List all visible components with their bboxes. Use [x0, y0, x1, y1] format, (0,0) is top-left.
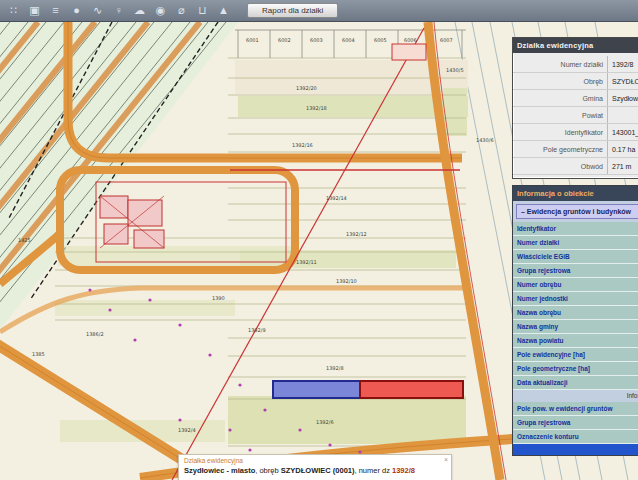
list-item[interactable]: Właściciele EGiB: [513, 250, 638, 264]
svg-text:1430/6: 1430/6: [476, 137, 494, 143]
list-item[interactable]: Oznaczenie konturu: [513, 430, 638, 444]
row-label: Gmina: [513, 90, 608, 107]
highlight-red-feature: [360, 381, 463, 398]
svg-text:1425: 1425: [18, 237, 31, 243]
row-label: Identyfikator: [513, 124, 608, 141]
svg-text:1430/5: 1430/5: [446, 67, 464, 73]
svg-text:1392/20: 1392/20: [296, 85, 317, 91]
row-label: Pole geometryczne: [513, 141, 608, 158]
parcel-info-panel: Działka ewidencyjna Numer działki 1392/8…: [512, 37, 638, 179]
row-value: 0.17 ha: [608, 141, 638, 158]
list-item[interactable]: Grupa rejestrowa: [513, 264, 638, 278]
tooltip-sep1: , obręb: [255, 466, 280, 475]
tooltip-text: Szydłowiec - miasto, obręb SZYDŁOWIEC (0…: [184, 466, 446, 475]
print-icon[interactable]: ▲: [216, 3, 231, 18]
list-item[interactable]: Numer działki: [513, 236, 638, 250]
list-item[interactable]: Nazwa obrębu: [513, 306, 638, 320]
frame-icon[interactable]: ▣: [27, 3, 42, 18]
pin-icon[interactable]: ♀: [111, 3, 126, 18]
panel-footer-bar: [513, 444, 638, 455]
tooltip-obreb: SZYDŁOWIEC (0001): [281, 466, 355, 475]
table-row: Obręb SZYDŁOWIEC: [513, 73, 638, 90]
row-value: [608, 107, 638, 124]
svg-text:6005: 6005: [374, 37, 387, 43]
svg-text:1390: 1390: [212, 295, 225, 301]
list-item[interactable]: Numer obrębu: [513, 278, 638, 292]
close-icon[interactable]: ×: [444, 456, 448, 463]
tooltip-city: Szydłowiec - miasto: [184, 466, 255, 475]
list-item[interactable]: Grupa rejestrowa: [513, 416, 638, 430]
columns-icon[interactable]: ≡: [48, 3, 63, 18]
svg-text:1392/4: 1392/4: [178, 427, 196, 433]
svg-text:6006: 6006: [404, 37, 417, 43]
parcel-panel-title: Działka ewidencyjna: [513, 38, 638, 53]
list-item[interactable]: Numer jednostki: [513, 292, 638, 306]
svg-text:1392/8: 1392/8: [326, 365, 344, 371]
row-value: 143001_1: [608, 124, 638, 141]
row-label: Numer działki: [513, 56, 608, 73]
row-value: 1392/8: [608, 56, 638, 73]
list-item[interactable]: Identyfikator: [513, 222, 638, 236]
object-info-panel: Informacja o obiekcie – Ewidencja gruntó…: [512, 185, 638, 456]
svg-text:6004: 6004: [342, 37, 355, 43]
svg-text:1386/2: 1386/2: [86, 331, 104, 337]
row-label: Powiat: [513, 107, 608, 124]
tooltip-title: Działka ewidencyjna: [184, 457, 446, 464]
info-panel-title: Informacja o obiekcie: [513, 186, 638, 201]
svg-text:1392/11: 1392/11: [296, 259, 317, 265]
cloud-download-icon[interactable]: ☁: [132, 3, 147, 18]
table-row: Pole geometryczne 0.17 ha: [513, 141, 638, 158]
egib-section-button[interactable]: – Ewidencja gruntów i budynków: [516, 204, 638, 219]
list-item[interactable]: Pole ewidencyjne [ha]: [513, 348, 638, 362]
list-item[interactable]: Nazwa powiatu: [513, 334, 638, 348]
row-value: Szydłowiec: [608, 90, 638, 107]
table-row: Gmina Szydłowiec: [513, 90, 638, 107]
svg-text:1392/6: 1392/6: [316, 419, 334, 425]
svg-text:1392/14: 1392/14: [326, 195, 347, 201]
svg-text:6003: 6003: [310, 37, 323, 43]
table-row: Identyfikator 143001_1: [513, 124, 638, 141]
svg-text:1385: 1385: [32, 351, 45, 357]
measure-icon[interactable]: ∿: [90, 3, 105, 18]
list-item[interactable]: Pole geometryczne [ha]: [513, 362, 638, 376]
map-tooltip: × Działka ewidencyjna Szydłowiec - miast…: [178, 454, 452, 480]
tooltip-parcel-number: 1392/8: [392, 466, 415, 475]
row-label: Obręb: [513, 73, 608, 90]
top-toolbar: ∷ ▣ ≡ ● ∿ ♀ ☁ ◉ ⌀ ⊔ ▲ Raport dla działki: [0, 0, 638, 22]
svg-text:1392/12: 1392/12: [346, 231, 367, 237]
list-item[interactable]: Pole pow. w ewidencji gruntów: [513, 402, 638, 416]
svg-text:6007: 6007: [440, 37, 453, 43]
table-row: Powiat: [513, 107, 638, 124]
comment-icon[interactable]: ●: [69, 3, 84, 18]
svg-text:6001: 6001: [246, 37, 259, 43]
svg-text:6002: 6002: [278, 37, 291, 43]
svg-text:1392/9: 1392/9: [248, 327, 266, 333]
report-parcel-button[interactable]: Raport dla działki: [247, 3, 338, 18]
svg-text:1392/16: 1392/16: [292, 142, 313, 148]
tooltip-sep2: , numer dz: [354, 466, 392, 475]
settings-icon[interactable]: ◉: [153, 3, 168, 18]
crosshair-icon[interactable]: ∷: [6, 3, 21, 18]
table-row: Obwód 271 m: [513, 158, 638, 175]
list-item[interactable]: Data aktualizacji: [513, 376, 638, 390]
row-label: Obwód: [513, 158, 608, 175]
informacje-section-label: Informacje: [513, 390, 638, 402]
row-value: SZYDŁOWIEC: [608, 73, 638, 90]
highlight-blue-feature: [273, 381, 360, 398]
svg-text:1392/18: 1392/18: [306, 105, 327, 111]
list-item[interactable]: Nazwa gminy: [513, 320, 638, 334]
row-value: 271 m: [608, 158, 638, 175]
table-row: Numer działki 1392/8: [513, 56, 638, 73]
cart-icon[interactable]: ⊔: [195, 3, 210, 18]
svg-text:1392/10: 1392/10: [336, 278, 357, 284]
search-icon[interactable]: ⌀: [174, 3, 189, 18]
